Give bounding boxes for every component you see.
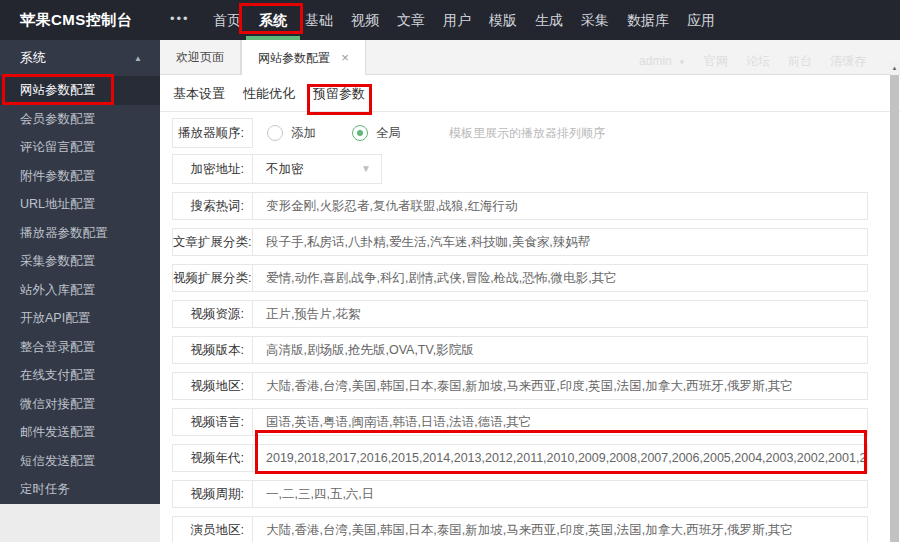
field-input[interactable]: 大陆,香港,台湾,美国,韩国,日本,泰国,新加坡,马来西亚,印度,英国,法国,加… [253,373,867,399]
field-label: 视频语言: [173,409,253,435]
nav-item-3[interactable]: 视频 [342,0,388,40]
scroll-up-icon[interactable]: ▲ [890,62,899,74]
radio-unchecked-icon [267,125,283,141]
close-icon[interactable]: × [341,40,349,75]
top-bar: 苹果CMS控制台 ••• 首页系统基础视频文章用户模版生成采集数据库应用 [0,0,900,40]
settings-tab-bar: 基本设置性能优化预留参数 [160,75,900,112]
sidebar-item-6[interactable]: 采集参数配置 [0,247,160,276]
sidebar-item-12[interactable]: 邮件发送配置 [0,418,160,447]
username: admin [639,54,672,68]
encrypt-select[interactable]: 不加密 ▼ [252,154,382,184]
sidebar-item-10[interactable]: 在线支付配置 [0,361,160,390]
field-label: 视频地区: [173,373,253,399]
field-label: 视频扩展分类: [173,265,253,291]
field-label: 文章扩展分类: [173,229,253,255]
player-order-radio-group: 添加 全局 [267,118,427,148]
sidebar-group-system[interactable]: 系统 ▲ [0,40,160,76]
sidebar-item-3[interactable]: 附件参数配置 [0,162,160,191]
nav-item-2[interactable]: 基础 [296,0,342,40]
form-row-9: 演员地区: 大陆,香港,台湾,美国,韩国,日本,泰国,新加坡,马来西亚,印度,英… [172,516,868,542]
top-nav: 首页系统基础视频文章用户模版生成采集数据库应用 [204,0,724,40]
sidebar-item-9[interactable]: 整合登录配置 [0,333,160,362]
form-row-8: 视频周期: 一,二,三,四,五,六,日 [172,480,868,508]
field-input[interactable]: 大陆,香港,台湾,美国,韩国,日本,泰国,新加坡,马来西亚,印度,英国,法国,加… [253,517,867,542]
field-label: 演员地区: [173,517,253,542]
vertical-scrollbar[interactable]: ▲ [890,62,899,542]
dropdown-arrow-icon: ▼ [361,155,371,183]
sidebar-item-13[interactable]: 短信发送配置 [0,447,160,476]
field-input[interactable]: 正片,预告片,花絮 [253,301,867,327]
form-row-encrypt: 加密地址: 不加密 ▼ [172,154,868,184]
sidebar-item-5[interactable]: 播放器参数配置 [0,219,160,248]
form-row-2: 视频扩展分类: 爱情,动作,喜剧,战争,科幻,剧情,武侠,冒险,枪战,恐怖,微电… [172,264,868,292]
form-row-0: 搜索热词: 变形金刚,火影忍者,复仇者联盟,战狼,红海行动 [172,192,868,220]
radio-add[interactable]: 添加 [267,125,316,142]
field-label: 视频周期: [173,481,253,507]
sidebar-item-8[interactable]: 开放API配置 [0,304,160,333]
sidebar-item-11[interactable]: 微信对接配置 [0,390,160,419]
nav-item-0[interactable]: 首页 [204,0,250,40]
encrypt-select-value: 不加密 [266,162,304,176]
field-input[interactable]: 国语,英语,粤语,闽南语,韩语,日语,法语,德语,其它 [253,409,867,435]
app-window: 苹果CMS控制台 ••• 首页系统基础视频文章用户模版生成采集数据库应用 系统 … [0,0,900,542]
player-order-hint: 模板里展示的播放器排列顺序 [449,118,605,148]
subtab-2[interactable]: 预留参数 [304,75,374,112]
nav-item-5[interactable]: 用户 [434,0,480,40]
tab-welcome[interactable]: 欢迎页面 [160,40,241,75]
collapse-arrow-icon: ▲ [134,54,142,63]
subtab-1[interactable]: 性能优化 [234,75,304,112]
form-row-7: 视频年代: 2019,2018,2017,2016,2015,2014,2013… [172,444,868,472]
nav-item-9[interactable]: 数据库 [618,0,678,40]
userbar-link-0[interactable]: 官网 [704,40,728,75]
field-input[interactable]: 一,二,三,四,五,六,日 [253,481,867,507]
tab-site-params-label: 网站参数配置 [258,51,330,65]
scrollbar-thumb[interactable] [890,75,899,542]
sidebar-item-7[interactable]: 站外入库配置 [0,276,160,305]
field-label: 视频年代: [173,445,253,471]
field-label: 视频资源: [173,301,253,327]
userbar-link-1[interactable]: 论坛 [746,40,770,75]
userbar-link-2[interactable]: 前台 [788,40,812,75]
form-row-1: 文章扩展分类: 段子手,私房话,八卦精,爱生活,汽车迷,科技咖,美食家,辣妈帮 [172,228,868,256]
sidebar-group-label: 系统 [20,49,134,67]
more-menu-icon[interactable]: ••• [170,0,190,40]
nav-item-8[interactable]: 采集 [572,0,618,40]
sidebar-item-0[interactable]: 网站参数配置 [0,76,160,105]
userbar-link-3[interactable]: 清缓存 [830,40,866,75]
settings-form: 播放器顺序: 添加 全局 模板里展示的播放器排列顺序 加密地址: 不加密 [172,112,868,542]
main-area: 欢迎页面 网站参数配置 × admin ▼ 官网论坛前台清缓存 基本设置性能优化… [160,40,900,542]
subtab-0[interactable]: 基本设置 [164,75,234,112]
app-title: 苹果CMS控制台 [20,0,132,40]
form-row-player-order: 播放器顺序: 添加 全局 模板里展示的播放器排列顺序 [172,118,868,148]
field-label: 视频版本: [173,337,253,363]
nav-item-6[interactable]: 模版 [480,0,526,40]
radio-global-label: 全局 [376,125,401,142]
form-row-3: 视频资源: 正片,预告片,花絮 [172,300,868,328]
nav-item-4[interactable]: 文章 [388,0,434,40]
sidebar-item-4[interactable]: URL地址配置 [0,190,160,219]
nav-item-1[interactable]: 系统 [250,0,296,40]
field-input[interactable]: 爱情,动作,喜剧,战争,科幻,剧情,武侠,冒险,枪战,恐怖,微电影,其它 [253,265,867,291]
field-label: 播放器顺序: [172,118,253,148]
sidebar-menu: 网站参数配置会员参数配置评论留言配置附件参数配置URL地址配置播放器参数配置采集… [0,76,160,504]
field-input[interactable]: 2019,2018,2017,2016,2015,2014,2013,2012,… [253,445,867,471]
field-input[interactable]: 高清版,剧场版,抢先版,OVA,TV,影院版 [253,337,867,363]
tab-site-params[interactable]: 网站参数配置 × [241,40,366,76]
radio-add-label: 添加 [291,125,316,142]
user-menu[interactable]: admin ▼ [639,40,686,75]
nav-item-10[interactable]: 应用 [678,0,724,40]
form-row-4: 视频版本: 高清版,剧场版,抢先版,OVA,TV,影院版 [172,336,868,364]
radio-global[interactable]: 全局 [352,125,401,142]
sidebar-item-1[interactable]: 会员参数配置 [0,105,160,134]
sidebar: 系统 ▲ 网站参数配置会员参数配置评论留言配置附件参数配置URL地址配置播放器参… [0,40,160,504]
form-row-6: 视频语言: 国语,英语,粤语,闽南语,韩语,日语,法语,德语,其它 [172,408,868,436]
field-input[interactable]: 段子手,私房话,八卦精,爱生活,汽车迷,科技咖,美食家,辣妈帮 [253,229,867,255]
nav-item-7[interactable]: 生成 [526,0,572,40]
sidebar-wrap: 系统 ▲ 网站参数配置会员参数配置评论留言配置附件参数配置URL地址配置播放器参… [0,40,160,542]
page-tab-bar: 欢迎页面 网站参数配置 × admin ▼ 官网论坛前台清缓存 [160,40,900,75]
field-label: 搜索热词: [173,193,253,219]
sidebar-item-14[interactable]: 定时任务 [0,475,160,504]
chevron-down-icon: ▼ [678,58,686,67]
sidebar-item-2[interactable]: 评论留言配置 [0,133,160,162]
field-input[interactable]: 变形金刚,火影忍者,复仇者联盟,战狼,红海行动 [253,193,867,219]
